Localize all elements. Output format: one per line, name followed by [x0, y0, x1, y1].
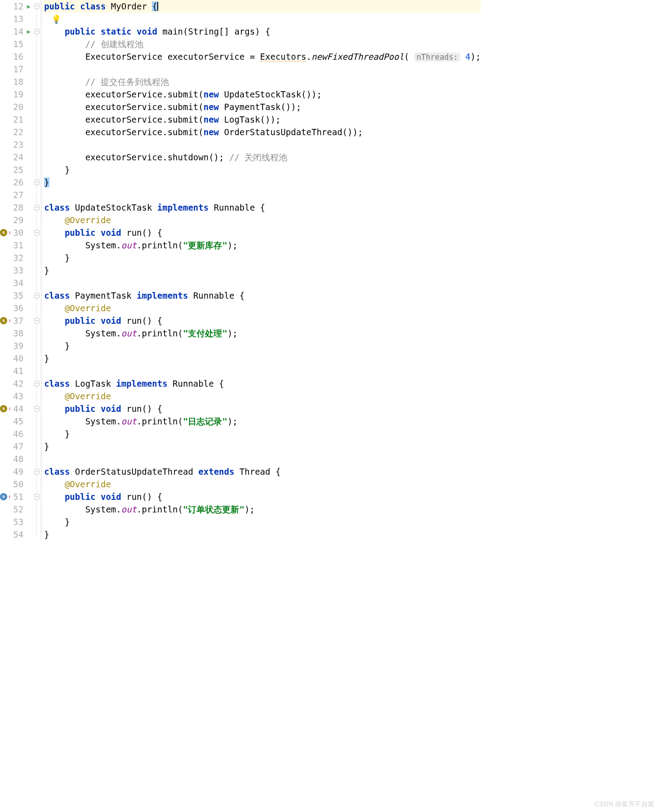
- fold-toggle-icon[interactable]: −: [34, 29, 40, 34]
- code-line[interactable]: }: [43, 528, 481, 541]
- run-gutter-icon[interactable]: ▶: [25, 0, 31, 13]
- code-line[interactable]: ExecutorService executorService = Execut…: [43, 50, 481, 63]
- code-line[interactable]: public class MyOrder {: [43, 0, 481, 13]
- code-line[interactable]: }: [43, 440, 481, 453]
- code-line[interactable]: @Override: [43, 302, 481, 314]
- code-line[interactable]: [43, 365, 481, 377]
- code-editor[interactable]: 12▶1314▶151617181920212223242526272829o↑…: [0, 0, 439, 541]
- line-number: 37: [13, 314, 23, 327]
- line-number: 29: [13, 214, 23, 226]
- code-line[interactable]: executorService.shutdown(); // 关闭线程池: [43, 151, 481, 163]
- override-gutter-icon[interactable]: o: [0, 317, 7, 324]
- code-line[interactable]: }: [43, 352, 481, 365]
- intention-bulb-icon[interactable]: 💡: [51, 13, 61, 26]
- fold-toggle-icon[interactable]: −: [34, 230, 40, 235]
- line-number: 39: [13, 340, 23, 352]
- gutter-row: 52: [0, 503, 31, 516]
- code-line[interactable]: System.out.println("日志记录");: [43, 415, 481, 428]
- fold-toggle-icon[interactable]: −: [34, 4, 40, 9]
- run-gutter-icon[interactable]: ▶: [25, 25, 31, 38]
- code-line[interactable]: }: [43, 252, 481, 264]
- code-line[interactable]: [43, 63, 481, 75]
- line-number: 52: [13, 503, 23, 516]
- code-line[interactable]: @Override: [43, 390, 481, 402]
- code-line[interactable]: class LogTask implements Runnable {: [43, 377, 481, 390]
- fold-toggle-icon[interactable]: −: [34, 494, 40, 499]
- code-line[interactable]: System.out.println("订单状态更新");: [43, 503, 481, 516]
- code-line[interactable]: }: [43, 516, 481, 528]
- code-line[interactable]: public void run() {: [43, 402, 481, 415]
- line-number: 13: [13, 13, 23, 25]
- gutter-row: 19: [0, 88, 31, 101]
- line-number: 30: [13, 226, 23, 239]
- fold-toggle-icon[interactable]: −: [34, 381, 40, 386]
- line-number: 46: [13, 428, 23, 440]
- code-line[interactable]: }: [43, 264, 481, 277]
- gutter-row: 15: [0, 38, 31, 50]
- line-number: 44: [13, 402, 23, 415]
- code-line[interactable]: class UpdateStockTask implements Runnabl…: [43, 201, 481, 214]
- fold-column[interactable]: −−−−−−−−−−−: [33, 0, 41, 541]
- line-number: 26: [13, 176, 23, 189]
- gutter-row: 53: [0, 516, 31, 528]
- fold-toggle-icon[interactable]: −: [34, 318, 40, 323]
- code-line[interactable]: }: [43, 163, 481, 176]
- code-line[interactable]: [43, 138, 481, 151]
- code-line[interactable]: 💡: [43, 13, 481, 25]
- code-line[interactable]: [43, 453, 481, 465]
- code-line[interactable]: System.out.println("更新库存");: [43, 239, 481, 252]
- gutter-row: 31: [0, 239, 31, 252]
- code-line[interactable]: executorService.submit(new PaymentTask()…: [43, 101, 481, 113]
- code-line[interactable]: class OrderStatusUpdateThread extends Th…: [43, 465, 481, 478]
- code-line[interactable]: public void run() {: [43, 490, 481, 503]
- code-area[interactable]: public class MyOrder {💡 public static vo…: [41, 0, 481, 541]
- override-gutter-icon[interactable]: o: [0, 405, 7, 412]
- code-line[interactable]: }: [43, 176, 481, 189]
- fold-toggle-icon[interactable]: −: [34, 180, 40, 185]
- code-line[interactable]: public static void main(String[] args) {: [43, 25, 481, 38]
- code-line[interactable]: executorService.submit(new OrderStatusUp…: [43, 126, 481, 138]
- gutter-row: 47: [0, 440, 31, 453]
- gutter-row: 41: [0, 365, 31, 377]
- line-number: 25: [13, 163, 23, 176]
- code-line[interactable]: // 提交任务到线程池: [43, 75, 481, 88]
- line-number: 14: [13, 25, 23, 38]
- code-line[interactable]: public void run() {: [43, 314, 481, 327]
- line-number: 12: [13, 0, 23, 13]
- line-number: 45: [13, 415, 23, 428]
- fold-toggle-icon[interactable]: −: [34, 205, 40, 210]
- code-line[interactable]: [43, 277, 481, 289]
- gutter-row: 12▶: [0, 0, 31, 13]
- code-line[interactable]: }: [43, 340, 481, 352]
- gutter-row: o↑37: [0, 314, 31, 327]
- line-number: 53: [13, 516, 23, 528]
- code-line[interactable]: public void run() {: [43, 226, 481, 239]
- code-line[interactable]: }: [43, 428, 481, 440]
- code-line[interactable]: System.out.println("支付处理");: [43, 327, 481, 340]
- line-number: 54: [13, 528, 23, 541]
- line-number: 38: [13, 327, 23, 340]
- fold-toggle-icon[interactable]: −: [34, 293, 40, 298]
- line-number: 20: [13, 101, 23, 113]
- fold-toggle-icon[interactable]: −: [34, 469, 40, 474]
- code-line[interactable]: [43, 189, 481, 201]
- code-line[interactable]: executorService.submit(new LogTask());: [43, 113, 481, 126]
- gutter-row: 20: [0, 101, 31, 113]
- gutter-row: 16: [0, 50, 31, 63]
- code-line[interactable]: @Override: [43, 478, 481, 490]
- line-number: 36: [13, 302, 23, 314]
- line-number: 32: [13, 252, 23, 264]
- override-gutter-icon[interactable]: o: [0, 229, 7, 236]
- code-line[interactable]: executorService.submit(new UpdateStockTa…: [43, 88, 481, 101]
- gutter-row: 17: [0, 63, 31, 75]
- fold-toggle-icon[interactable]: −: [34, 406, 40, 411]
- line-number: 49: [13, 465, 23, 478]
- code-line[interactable]: class PaymentTask implements Runnable {: [43, 289, 481, 302]
- gutter-row: 25: [0, 163, 31, 176]
- code-line[interactable]: // 创建线程池: [43, 38, 481, 50]
- gutter-row: 43: [0, 390, 31, 402]
- gutter-row: 54: [0, 528, 31, 541]
- override-gutter-icon[interactable]: o: [0, 493, 7, 500]
- line-number: 19: [13, 88, 23, 101]
- code-line[interactable]: @Override: [43, 214, 481, 226]
